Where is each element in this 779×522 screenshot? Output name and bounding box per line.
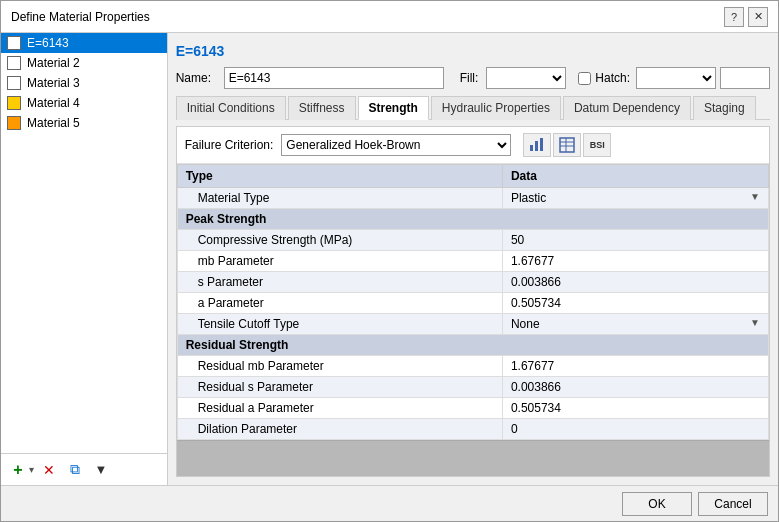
failure-icons: BSI bbox=[523, 133, 611, 157]
hatch-select[interactable] bbox=[636, 67, 716, 89]
material-item[interactable]: Material 3 bbox=[1, 73, 167, 93]
chevron-down-icon: ▼ bbox=[750, 191, 760, 202]
dialog: Define Material Properties ? ✕ E=6143Mat… bbox=[0, 0, 779, 522]
section-header-cell: Residual Strength bbox=[177, 335, 768, 356]
table-row: a Parameter0.505734 bbox=[177, 293, 768, 314]
material-label: Material 5 bbox=[27, 116, 80, 130]
table-row: Residual Strength bbox=[177, 335, 768, 356]
panel-title: E=6143 bbox=[176, 41, 770, 61]
cancel-button[interactable]: Cancel bbox=[698, 492, 768, 516]
type-cell: Residual a Parameter bbox=[177, 398, 502, 419]
data-cell[interactable]: 50 bbox=[502, 230, 768, 251]
material-item[interactable]: E=6143 bbox=[1, 33, 167, 53]
table-row: Residual a Parameter0.505734 bbox=[177, 398, 768, 419]
material-icon bbox=[7, 116, 21, 130]
failure-label: Failure Criterion: bbox=[185, 138, 274, 152]
delete-material-button[interactable]: ✕ bbox=[38, 459, 60, 481]
filter-button[interactable]: ▼ bbox=[90, 459, 112, 481]
material-item[interactable]: Material 4 bbox=[1, 93, 167, 113]
table-row: s Parameter0.003866 bbox=[177, 272, 768, 293]
add-material-button[interactable]: + bbox=[7, 459, 29, 481]
title-bar-buttons: ? ✕ bbox=[724, 7, 768, 27]
type-cell: s Parameter bbox=[177, 272, 502, 293]
material-icon bbox=[7, 36, 21, 50]
table-row: Tensile Cutoff TypeNone▼ bbox=[177, 314, 768, 335]
dialog-title: Define Material Properties bbox=[11, 10, 150, 24]
help-button[interactable]: ? bbox=[724, 7, 744, 27]
table-row: Material TypePlastic▼ bbox=[177, 188, 768, 209]
data-cell[interactable]: 0.003866 bbox=[502, 377, 768, 398]
dialog-body: E=6143Material 2Material 3Material 4Mate… bbox=[1, 33, 778, 485]
failure-icon-btn-1[interactable] bbox=[523, 133, 551, 157]
material-label: Material 4 bbox=[27, 96, 80, 110]
name-label: Name: bbox=[176, 71, 216, 85]
material-item[interactable]: Material 2 bbox=[1, 53, 167, 73]
failure-row: Failure Criterion: Generalized Hoek-Brow… bbox=[177, 127, 769, 164]
material-label: E=6143 bbox=[27, 36, 69, 50]
svg-rect-3 bbox=[560, 138, 574, 152]
tabs-row: Initial ConditionsStiffnessStrengthHydra… bbox=[176, 95, 770, 120]
right-panel: E=6143 Name: Fill: Hatch: bbox=[168, 33, 778, 485]
type-cell: Residual s Parameter bbox=[177, 377, 502, 398]
tab-stiffness[interactable]: Stiffness bbox=[288, 96, 356, 120]
type-cell: Compressive Strength (MPa) bbox=[177, 230, 502, 251]
hatch-label: Hatch: bbox=[595, 71, 630, 85]
material-icon bbox=[7, 56, 21, 70]
data-cell[interactable]: 1.67677 bbox=[502, 356, 768, 377]
data-cell[interactable]: 0 bbox=[502, 419, 768, 440]
name-row: Name: Fill: Hatch: bbox=[176, 67, 770, 89]
material-item[interactable]: Material 5 bbox=[1, 113, 167, 133]
material-label: Material 2 bbox=[27, 56, 80, 70]
type-cell: Residual mb Parameter bbox=[177, 356, 502, 377]
failure-icon-btn-2[interactable] bbox=[553, 133, 581, 157]
hatch-checkbox[interactable] bbox=[578, 72, 591, 85]
data-cell[interactable]: 0.505734 bbox=[502, 398, 768, 419]
table-row: Peak Strength bbox=[177, 209, 768, 230]
fill-label: Fill: bbox=[460, 71, 479, 85]
copy-material-button[interactable]: ⧉ bbox=[64, 459, 86, 481]
add-dropdown-arrow: ▾ bbox=[29, 464, 34, 475]
svg-rect-2 bbox=[540, 138, 543, 151]
empty-area bbox=[177, 440, 769, 476]
material-label: Material 3 bbox=[27, 76, 80, 90]
type-cell: Material Type bbox=[177, 188, 502, 209]
table-row: Compressive Strength (MPa)50 bbox=[177, 230, 768, 251]
svg-rect-1 bbox=[535, 141, 538, 151]
failure-icon-btn-3[interactable]: BSI bbox=[583, 133, 611, 157]
failure-criterion-select[interactable]: Generalized Hoek-Brown bbox=[281, 134, 511, 156]
data-cell[interactable]: 1.67677 bbox=[502, 251, 768, 272]
title-bar: Define Material Properties ? ✕ bbox=[1, 1, 778, 33]
table-row: Residual mb Parameter1.67677 bbox=[177, 356, 768, 377]
material-list: E=6143Material 2Material 3Material 4Mate… bbox=[1, 33, 167, 453]
col-type-header: Type bbox=[177, 165, 502, 188]
data-cell[interactable]: Plastic▼ bbox=[502, 188, 768, 209]
data-cell[interactable]: 0.505734 bbox=[502, 293, 768, 314]
hatch-color-box bbox=[720, 67, 770, 89]
tab-strength[interactable]: Strength bbox=[358, 96, 429, 120]
table-row: Dilation Parameter0 bbox=[177, 419, 768, 440]
data-table: Type Data Material TypePlastic▼Peak Stre… bbox=[177, 164, 769, 440]
material-icon bbox=[7, 96, 21, 110]
bottom-bar: OK Cancel bbox=[1, 485, 778, 521]
col-data-header: Data bbox=[502, 165, 768, 188]
data-cell[interactable]: 0.003866 bbox=[502, 272, 768, 293]
content-area: Failure Criterion: Generalized Hoek-Brow… bbox=[176, 126, 770, 477]
type-cell: Tensile Cutoff Type bbox=[177, 314, 502, 335]
material-icon bbox=[7, 76, 21, 90]
left-toolbar: + ▾ ✕ ⧉ ▼ bbox=[1, 453, 167, 485]
data-cell[interactable]: None▼ bbox=[502, 314, 768, 335]
tab-initial[interactable]: Initial Conditions bbox=[176, 96, 286, 120]
close-button[interactable]: ✕ bbox=[748, 7, 768, 27]
left-panel: E=6143Material 2Material 3Material 4Mate… bbox=[1, 33, 168, 485]
ok-button[interactable]: OK bbox=[622, 492, 692, 516]
section-header-cell: Peak Strength bbox=[177, 209, 768, 230]
tab-datum[interactable]: Datum Dependency bbox=[563, 96, 691, 120]
type-cell: a Parameter bbox=[177, 293, 502, 314]
fill-select[interactable] bbox=[486, 67, 566, 89]
name-input[interactable] bbox=[224, 67, 444, 89]
type-cell: Dilation Parameter bbox=[177, 419, 502, 440]
hatch-row: Hatch: bbox=[578, 67, 770, 89]
table-row: mb Parameter1.67677 bbox=[177, 251, 768, 272]
tab-hydraulic[interactable]: Hydraulic Properties bbox=[431, 96, 561, 120]
tab-staging[interactable]: Staging bbox=[693, 96, 756, 120]
